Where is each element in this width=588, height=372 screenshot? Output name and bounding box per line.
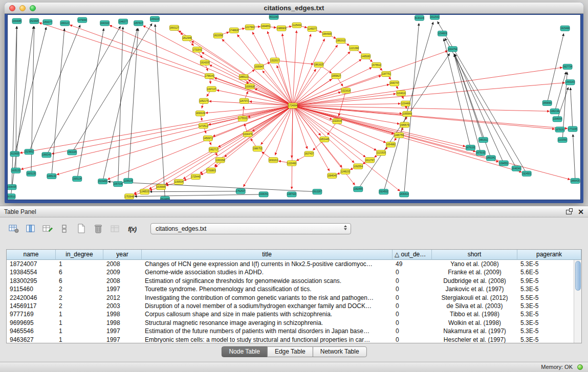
graph-edge[interactable] [573,134,575,181]
column-header-in_degree[interactable]: in_degree [56,250,103,260]
graph-edge[interactable] [56,105,293,174]
close-panel-icon[interactable]: ✕ [578,206,584,217]
graph-edge[interactable] [267,31,293,106]
table-row[interactable]: 911546021997Tourette syndrome. Phenomeno… [7,285,581,293]
delete-icon[interactable] [93,224,104,234]
table-selector-dropdown[interactable]: citations_edges.txt [150,223,351,234]
graph-edge[interactable] [293,34,311,105]
table-row[interactable]: 1938455462009Genome-wide association stu… [7,268,581,276]
close-window-button[interactable] [9,5,15,11]
graph-edge[interactable] [293,51,448,105]
graph-edge[interactable] [454,54,481,153]
graph-edge[interactable] [237,34,293,105]
table-cell: Tourette syndrome. Phenomenology and cla… [142,285,393,293]
column-header-pagerank[interactable]: pagerank [517,250,581,260]
column-header-year[interactable]: year [103,250,142,260]
graph-edge[interactable] [52,28,64,176]
graph-edge[interactable] [293,105,570,179]
graph-edge[interactable] [47,26,121,155]
graph-edge[interactable] [293,105,321,136]
import-table-icon[interactable] [110,224,121,234]
graph-edge[interactable] [261,105,293,144]
graph-node-label: 1914205 [200,61,209,64]
graph-edge[interactable] [293,45,338,106]
graph-edge[interactable] [15,27,46,154]
table-row[interactable]: 2242004622012Investigating the contribut… [7,294,581,302]
window-titlebar[interactable]: citations_edges.txt [5,3,583,14]
column-header-out_de[interactable]: △ out_de… [393,250,432,260]
table-row[interactable]: 946554611997Estimation of the future num… [7,327,581,335]
graph-edge[interactable] [384,22,433,192]
graph-edge[interactable] [29,25,80,152]
graph-edge[interactable] [209,101,293,106]
graph-edge[interactable] [135,194,264,196]
table-panel-title: Table Panel [4,208,36,215]
graph-edge[interactable] [339,91,346,116]
zoom-window-button[interactable] [30,5,36,11]
traffic-lights [9,5,36,11]
graph-edge[interactable] [454,54,484,140]
row-height-icon[interactable] [59,224,70,234]
vertical-scrollbar[interactable] [574,260,581,343]
graph-edge[interactable] [248,80,293,106]
float-panel-icon[interactable] [566,210,572,214]
graph-edge[interactable] [293,30,296,105]
memory-status-indicator[interactable] [577,364,583,370]
minimize-window-button[interactable] [19,5,26,11]
new-document-icon[interactable] [76,224,87,234]
column-header-title[interactable]: title [142,250,393,260]
function-builder-icon[interactable]: f(x) [126,224,138,234]
edit-table-icon[interactable] [42,224,53,234]
table-row[interactable]: 977716911998Corpus callosum shape and si… [7,310,581,318]
graph-edge[interactable] [72,24,152,152]
graph-edge[interactable] [165,105,293,184]
table-row[interactable]: 969969511998Structural magnetic resonanc… [7,319,581,327]
graph-node-label: 1827734 [563,65,572,68]
graph-edge[interactable] [293,105,476,151]
column-header-short[interactable]: short [432,250,517,260]
column-header-name[interactable]: name [7,250,56,260]
graph-edge[interactable] [77,28,104,179]
graph-edge[interactable] [555,72,566,111]
graph-edge[interactable] [128,28,138,181]
tab-node-table[interactable]: Node Table [221,346,268,357]
graph-edge[interactable] [547,33,564,103]
table-row[interactable]: 1872400712008Changes of HCN gene express… [7,260,581,268]
table-row[interactable]: 1830029562008Estimation of significance … [7,277,581,285]
graph-edge[interactable] [110,25,293,105]
graph-edge[interactable] [222,39,293,105]
graph-edge[interactable] [293,105,366,157]
graph-edge[interactable] [179,31,293,106]
graph-node-label: 1924501 [522,172,531,175]
graph-edge[interactable] [293,105,332,119]
tab-network-table[interactable]: Network Table [313,346,367,357]
tab-edge-table[interactable]: Edge Table [267,346,313,357]
table-options-icon[interactable] [8,224,19,234]
network-canvas[interactable]: 1724064166012718129461731541191420517581… [8,15,580,200]
graph-edge[interactable] [150,191,241,192]
table-row[interactable]: 1456911722003Disruption of a novel membe… [7,302,581,310]
graph-edge[interactable] [282,33,293,105]
graph-edge[interactable] [293,68,562,106]
network-view-frame: 1724064166012718129461731541191420517581… [7,14,581,200]
graph-edge[interactable] [358,53,450,189]
graph-edge[interactable] [108,182,317,192]
graph-edge[interactable] [293,105,386,142]
graph-edge[interactable] [155,24,165,199]
graph-edge[interactable] [39,23,293,105]
table-row[interactable]: 946362711997Embryonic stem cells: a mode… [7,336,581,343]
graph-edge[interactable] [557,87,569,119]
graph-edge[interactable] [275,60,314,64]
graph-node-label: 1054982 [386,143,396,146]
select-columns-icon[interactable] [25,224,36,234]
graph-edge[interactable] [293,39,325,106]
scrollbar-thumb[interactable] [575,261,581,291]
graph-edge[interactable] [118,27,123,184]
table-cell: Disruption of a novel member of a sodium… [142,302,393,310]
table-cell: 5.3E-5 [517,336,581,343]
graph-edge[interactable] [571,87,573,129]
graph-edge[interactable] [293,105,555,129]
graph-edge[interactable] [293,84,389,105]
graph-edge[interactable] [103,28,138,181]
graph-node-label: 1812946 [182,37,191,39]
